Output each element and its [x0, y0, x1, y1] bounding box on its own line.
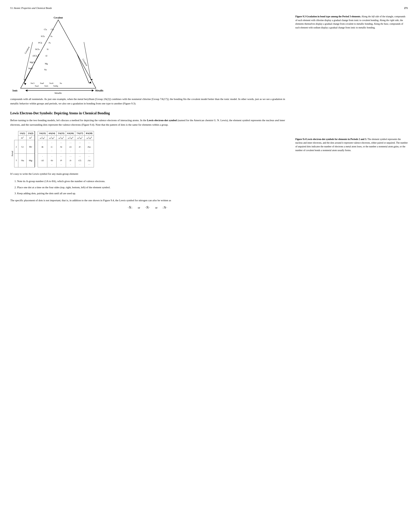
svg-text:S₈: S₈ — [50, 35, 52, 37]
ne-symbol: · · :Ne: · · — [84, 140, 94, 154]
o-symbol: · · :O· · — [66, 140, 75, 154]
c-symbol: · ·C· · — [47, 140, 57, 154]
config-1a: ns1 — [18, 135, 26, 140]
lewis-symbol-2: · ·N· — [145, 206, 150, 210]
config-5a: ns2np3 — [57, 135, 66, 140]
be-symbol: ·Be· — [26, 140, 35, 154]
svg-text:Na: Na — [44, 68, 47, 71]
svg-text:AlCl₃: AlCl₃ — [32, 55, 37, 57]
svg-text:SiCl₄: SiCl₄ — [35, 48, 40, 50]
svg-text:NaAl: NaAl — [49, 82, 53, 84]
b-symbol: · ·B· — [38, 140, 47, 154]
config-6a: ns2np4 — [66, 135, 75, 140]
svg-text:Cl₂: Cl₂ — [51, 28, 54, 31]
list-item-1: Note its A-group number (1A to 8A), whic… — [17, 179, 285, 183]
main-content: Covalent Covalent — [10, 15, 408, 213]
body-text-2: Before turning to the two bonding models… — [10, 118, 285, 127]
lewis-symbols-row: · ·N: or · ·N· or :N· — [10, 206, 285, 210]
config-3a: ns2np1 — [38, 135, 47, 140]
numbered-list: Note its A-group number (1A to 8A), whic… — [17, 179, 285, 196]
lewis-table: 1A(1) 2A(2) 3A(13) 4A(14) 5A(15) 6A(16) … — [10, 131, 94, 167]
config-7a: ns2np5 — [75, 135, 85, 140]
col-3a: 3A(13) — [38, 131, 47, 135]
config-4a: ns2np2 — [47, 135, 57, 140]
svg-text:Al: Al — [45, 55, 47, 57]
spacer — [295, 35, 408, 137]
svg-text:Metallic: Metallic — [95, 89, 104, 92]
f-symbol: · · :F: · — [75, 140, 85, 154]
left-column: Covalent Covalent — [10, 15, 285, 213]
body-text-1: compounds with all nonmetals. As just on… — [10, 97, 285, 106]
svg-text:Na₃P: Na₃P — [40, 82, 44, 84]
svg-text:Na₂S: Na₂S — [35, 85, 39, 87]
fig-9-4-title: Figure 9.4 Lewis electron-dot symbols fo… — [295, 138, 367, 141]
or-1: or — [138, 206, 140, 209]
chapter-title: 9.1 Atomic Properties and Chemical Bonds — [10, 7, 52, 10]
fig-9-3-title: Figure 9.3 Gradation in bond type among … — [295, 15, 361, 18]
svg-text:Mg: Mg — [45, 62, 48, 65]
svg-line-3 — [77, 54, 89, 83]
period-2-label: 2 — [14, 140, 18, 154]
figure-9-4-area: 1A(1) 2A(2) 3A(13) 4A(14) 5A(15) 6A(16) … — [10, 131, 285, 167]
or-2: or — [155, 206, 157, 209]
figure-9-4-caption: Figure 9.4 Lewis electron-dot symbols fo… — [295, 137, 408, 152]
li-symbol: ·Li — [18, 140, 26, 154]
col-7a: 7A(17) — [75, 131, 85, 135]
lewis-table-wrap: 1A(1) 2A(2) 3A(13) 4A(14) 5A(15) 6A(16) … — [10, 131, 285, 167]
col-6a: 6A(16) — [66, 131, 75, 135]
config-8a: ns2np6 — [84, 135, 94, 140]
list-item-3: Keep adding dots, pairing the dots until… — [17, 191, 285, 196]
mg-symbol: ·Mg· — [26, 154, 35, 167]
svg-text:SCl₂: SCl₂ — [41, 35, 45, 37]
col-2a: 2A(2) — [26, 131, 35, 135]
svg-text:NaMg: NaMg — [53, 85, 58, 87]
svg-text:PCl₃: PCl₃ — [38, 42, 42, 44]
section-heading: Lewis Electron-Dot Symbols: Depicting At… — [10, 111, 285, 115]
svg-marker-0 — [21, 20, 96, 88]
svg-text:Cl₂: Cl₂ — [44, 28, 47, 31]
si-symbol: · ·Si· · — [47, 154, 57, 167]
figure-9-3-caption: Figure 9.3 Gradation in bond type among … — [295, 15, 408, 30]
col-4a: 4A(14) — [47, 131, 57, 135]
svg-text:NaCl: NaCl — [31, 82, 35, 84]
lewis-symbol-1: · ·N: — [128, 206, 133, 210]
n-symbol: · · ·N· · — [57, 140, 66, 154]
body-text-3: The specific placement of dots is not im… — [10, 198, 285, 203]
svg-text:Ionic: Ionic — [12, 89, 18, 92]
page-number: 271 — [404, 7, 408, 10]
list-item-2: Place one dot at a time on the four side… — [17, 185, 285, 189]
svg-text:NaCl: NaCl — [28, 67, 33, 70]
config-2a: ns2 — [26, 135, 35, 140]
lewis-symbol-3: :N· — [163, 206, 168, 210]
s-symbol: · · :S· · — [66, 154, 75, 167]
page-header: 9.1 Atomic Properties and Chemical Bonds… — [10, 7, 408, 10]
cl-symbol: · · :Cl: · — [75, 154, 85, 167]
svg-text:Si: Si — [47, 48, 49, 50]
period-label: Period — [10, 140, 14, 167]
na-symbol: ·Na — [18, 154, 26, 167]
list-intro: It’s easy to write the Lewis symbol for … — [10, 172, 285, 176]
svg-text:Na: Na — [60, 82, 62, 84]
col-8a: 8A(18) — [84, 131, 94, 135]
svg-text:MgCl₂: MgCl₂ — [30, 61, 35, 64]
svg-text:Metallic: Metallic — [55, 92, 62, 94]
svg-text:NaSi: NaSi — [44, 85, 48, 87]
svg-text:Covalent: Covalent — [24, 46, 30, 54]
ar-symbol: · · :Ar: · · — [84, 154, 94, 167]
figure-9-3-triangle: Covalent Covalent — [10, 15, 106, 97]
svg-text:Covalent: Covalent — [54, 16, 63, 19]
col-1a: 1A(1) — [18, 131, 26, 135]
svg-text:P₄: P₄ — [49, 42, 51, 44]
p-symbol: · · ·P· · — [57, 154, 66, 167]
right-column: Figure 9.3 Gradation in bond type among … — [295, 15, 408, 213]
al-symbol: · ·Al· — [38, 154, 47, 167]
col-5a: 5A(15) — [57, 131, 66, 135]
period-3-label: 3 — [14, 154, 18, 167]
